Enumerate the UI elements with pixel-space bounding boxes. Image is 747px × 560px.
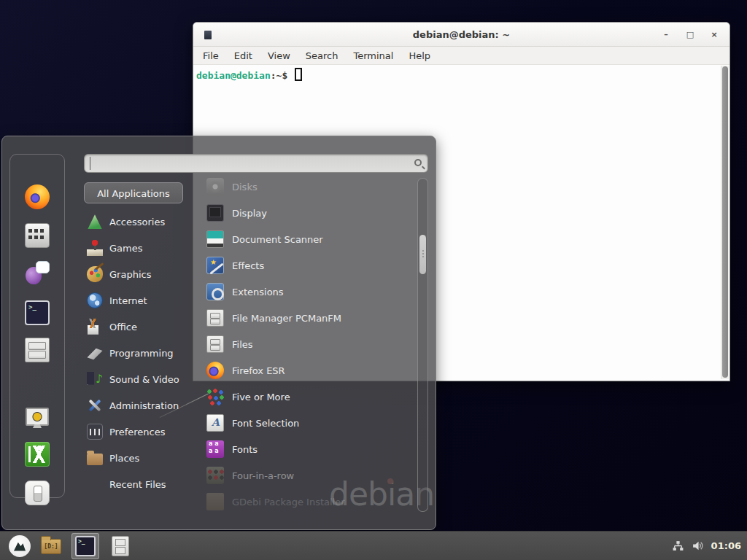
prompt-user-host: debian@debian [196, 70, 271, 81]
network-icon[interactable] [672, 540, 684, 552]
firefox-icon [206, 362, 224, 379]
category-sound-video[interactable]: Sound & Video [84, 366, 201, 392]
favorites-column [9, 154, 65, 498]
terminal-menubar: File Edit View Search Terminal Help [193, 47, 729, 65]
search-icon [414, 159, 422, 166]
window-controls: – □ × [661, 23, 719, 47]
menu-logo-icon [12, 538, 28, 554]
close-button[interactable]: × [709, 30, 719, 39]
app-item-effects[interactable]: Effects [205, 252, 415, 279]
taskbar-terminal-window-button[interactable] [71, 533, 99, 559]
places-icon [87, 454, 103, 465]
minimize-button[interactable]: – [661, 30, 671, 39]
extensions-icon [206, 283, 224, 300]
taskbar-files-launcher[interactable] [109, 535, 131, 557]
four-in-a-row-icon [206, 467, 224, 484]
file-cabinet-icon [112, 536, 129, 556]
terminal-scrollbar-thumb[interactable] [722, 66, 728, 378]
administration-icon [87, 397, 103, 413]
terminal-launcher-icon[interactable] [25, 300, 50, 325]
volume-icon[interactable] [692, 540, 704, 552]
programming-icon [87, 345, 103, 361]
app-item-disks[interactable]: Disks [205, 174, 415, 200]
file-cabinet-icon [206, 309, 224, 327]
app-item-four-in-a-row[interactable]: Four-in-a-row [205, 462, 415, 489]
menu-scrollbar[interactable] [417, 178, 428, 512]
app-item-file-manager-pcmanfm[interactable]: File Manager PCManFM [205, 305, 415, 331]
games-icon [87, 240, 103, 256]
category-accessories[interactable]: Accessories [84, 209, 201, 235]
app-item-firefox-esr[interactable]: Firefox ESR [205, 357, 415, 384]
menu-search[interactable]: Search [306, 50, 338, 61]
app-item-font-selection[interactable]: Font Selection [205, 410, 415, 436]
disks-icon [206, 178, 224, 195]
menu-file[interactable]: File [203, 50, 219, 61]
menu-button[interactable] [9, 535, 31, 557]
office-icon [87, 319, 103, 335]
category-all-applications[interactable]: All Applications [84, 182, 201, 209]
preferences-icon [87, 424, 103, 440]
terminal-titlebar[interactable]: debian@debian: ~ – □ × [193, 23, 729, 47]
menu-terminal[interactable]: Terminal [353, 50, 393, 61]
app-item-extensions[interactable]: Extensions [205, 279, 415, 305]
log-out-icon[interactable] [25, 442, 50, 467]
application-menu: All Applications Accessories Games Graph… [1, 136, 436, 530]
terminal-scrollbar[interactable] [721, 66, 729, 379]
file-cabinet-icon [206, 335, 224, 353]
terminal-cursor [295, 68, 302, 81]
app-item-files[interactable]: Files [205, 331, 415, 357]
shut-down-icon[interactable] [25, 481, 50, 505]
category-graphics[interactable]: Graphics [84, 261, 201, 287]
app-item-gdebi[interactable]: GDebi Package Installer [205, 489, 415, 515]
accessories-icon [87, 214, 103, 230]
file-manager-launcher-icon[interactable] [25, 338, 50, 362]
lock-screen-icon[interactable] [25, 405, 50, 429]
menu-help[interactable]: Help [409, 50, 430, 61]
category-internet[interactable]: Internet [84, 287, 201, 314]
font-selection-icon [206, 414, 224, 432]
search-input[interactable] [90, 157, 403, 170]
firefox-launcher-icon[interactable] [25, 184, 50, 209]
display-icon [206, 204, 224, 222]
terminal-icon [75, 536, 96, 556]
menu-search-box [84, 154, 428, 173]
clock[interactable]: 01:06 [711, 540, 741, 551]
category-places[interactable]: Places [84, 445, 201, 471]
prompt-path: :~$ [271, 70, 287, 81]
fonts-icon [206, 440, 224, 458]
sound-video-icon [87, 371, 103, 387]
folder-icon: [D:] [41, 539, 61, 554]
gdebi-icon [206, 493, 224, 510]
app-item-fonts[interactable]: Fonts [205, 436, 415, 462]
internet-icon [87, 292, 103, 308]
pidgin-launcher-icon[interactable] [25, 261, 50, 286]
application-list: Disks Display Document Scanner Effects E… [205, 174, 415, 515]
app-item-document-scanner[interactable]: Document Scanner [205, 226, 415, 252]
five-or-more-icon [206, 388, 224, 405]
category-list: All Applications Accessories Games Graph… [84, 180, 201, 497]
control-center-launcher-icon[interactable] [25, 223, 50, 248]
menu-view[interactable]: View [268, 50, 290, 61]
category-games[interactable]: Games [84, 235, 201, 261]
category-programming[interactable]: Programming [84, 340, 201, 366]
desktop: { "wallpaper": { "watermark_pre": "deb",… [0, 0, 747, 560]
effects-icon [206, 257, 224, 274]
menu-edit[interactable]: Edit [234, 50, 252, 61]
category-recent-files[interactable]: Recent Files [84, 471, 201, 497]
category-office[interactable]: Office [84, 314, 201, 340]
scanner-icon [206, 230, 224, 248]
app-item-five-or-more[interactable]: Five or More [205, 384, 415, 410]
graphics-icon [87, 266, 103, 282]
taskbar-file-manager-launcher[interactable]: [D:] [41, 535, 63, 557]
terminal-window-title: debian@debian: ~ [193, 29, 729, 40]
maximize-button[interactable]: □ [685, 30, 695, 39]
taskbar: [D:] 01:06 [0, 531, 747, 560]
menu-scrollbar-thumb[interactable] [419, 235, 426, 274]
folder-badge: [D:] [42, 543, 61, 550]
system-tray: 01:06 [672, 540, 747, 552]
category-preferences[interactable]: Preferences [84, 419, 201, 445]
app-item-display[interactable]: Display [205, 200, 415, 226]
